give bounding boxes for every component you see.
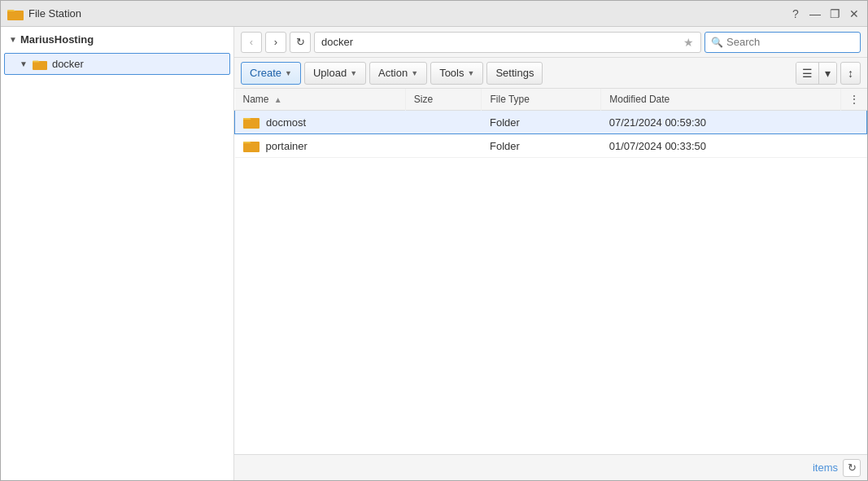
status-refresh-button[interactable]: ↻ xyxy=(843,459,861,477)
tools-label: Tools xyxy=(439,67,464,79)
file-modified-0: 07/21/2024 00:59:30 xyxy=(601,111,840,134)
file-table-body: docmost Folder07/21/2024 00:59:30 portai… xyxy=(235,111,867,158)
folder-icon-titlebar xyxy=(7,6,24,22)
file-size-0 xyxy=(405,111,482,134)
svg-rect-1 xyxy=(33,61,47,70)
sidebar-root[interactable]: ▼ MariusHosting xyxy=(1,27,233,52)
search-container: 🔍 xyxy=(704,32,861,53)
action-label: Action xyxy=(378,67,408,79)
file-table: Name ▲ Size File Type Modified Date xyxy=(234,89,867,158)
file-name: docmost xyxy=(266,116,306,129)
file-name: portainer xyxy=(266,140,308,152)
bookmark-icon[interactable]: ★ xyxy=(683,36,694,49)
window-controls: ? — ❐ ✕ xyxy=(789,7,861,20)
content-area: ‹ › ↻ docker ★ 🔍 Create ▼ U xyxy=(234,27,867,480)
file-modified-1: 01/07/2024 00:33:50 xyxy=(601,134,840,158)
close-button[interactable]: ✕ xyxy=(848,7,861,20)
list-view-button[interactable]: ☰ xyxy=(796,62,819,85)
back-button[interactable]: ‹ xyxy=(241,32,262,53)
col-size[interactable]: Size xyxy=(405,89,482,111)
file-name-cell-0: docmost xyxy=(235,111,406,134)
col-more[interactable]: ⋮ xyxy=(840,89,867,111)
svg-rect-0 xyxy=(7,11,24,20)
create-label: Create xyxy=(250,67,281,79)
name-sort-icon: ▲ xyxy=(274,95,282,104)
minimize-button[interactable]: — xyxy=(809,7,822,20)
action-caret-icon: ▼ xyxy=(411,69,418,77)
main-layout: ▼ MariusHosting ▼ docker ‹ › ↻ docker xyxy=(1,27,867,480)
docker-expand-icon: ▼ xyxy=(20,59,28,68)
path-text: docker xyxy=(321,36,353,48)
settings-label: Settings xyxy=(495,67,534,79)
file-list-area: Name ▲ Size File Type Modified Date xyxy=(234,89,867,454)
table-row[interactable]: portainer Folder01/07/2024 00:33:50 xyxy=(235,134,867,158)
docker-folder-icon xyxy=(33,59,47,70)
col-name[interactable]: Name ▲ xyxy=(235,89,406,111)
action-button[interactable]: Action ▼ xyxy=(369,62,427,85)
file-more-1[interactable] xyxy=(840,134,867,158)
title-bar: File Station ? — ❐ ✕ xyxy=(1,1,867,27)
tools-caret-icon: ▼ xyxy=(468,69,475,77)
sidebar-root-label: MariusHosting xyxy=(20,33,94,46)
refresh-button[interactable]: ↻ xyxy=(290,32,311,53)
forward-button[interactable]: › xyxy=(265,32,286,53)
col-modified[interactable]: Modified Date xyxy=(601,89,840,111)
col-filetype[interactable]: File Type xyxy=(482,89,601,111)
upload-button[interactable]: Upload ▼ xyxy=(304,62,366,85)
toolbar-actions: Create ▼ Upload ▼ Action ▼ Tools ▼ Setti… xyxy=(234,58,867,89)
file-size-1 xyxy=(405,134,482,158)
search-input[interactable] xyxy=(704,32,861,53)
table-row[interactable]: docmost Folder07/21/2024 00:59:30 xyxy=(235,111,867,134)
file-table-header: Name ▲ Size File Type Modified Date xyxy=(235,89,867,111)
file-more-0[interactable] xyxy=(840,111,867,134)
sidebar-item-docker-label: docker xyxy=(52,58,84,70)
file-folder-icon xyxy=(243,116,260,129)
file-name-cell-1: portainer xyxy=(235,134,406,158)
create-button[interactable]: Create ▼ xyxy=(241,62,301,85)
sidebar-item-docker[interactable]: ▼ docker xyxy=(4,53,230,75)
window-title: File Station xyxy=(28,7,789,20)
file-folder-icon xyxy=(243,139,260,152)
create-caret-icon: ▼ xyxy=(285,69,292,77)
file-type-0: Folder xyxy=(482,111,601,134)
view-toggle-group: ☰ ▾ xyxy=(796,62,837,85)
upload-caret-icon: ▼ xyxy=(350,69,357,77)
items-label: items xyxy=(813,461,838,474)
restore-button[interactable]: ❐ xyxy=(828,7,841,20)
file-type-1: Folder xyxy=(482,134,601,158)
sort-button[interactable]: ↕ xyxy=(840,62,861,85)
tools-button[interactable]: Tools ▼ xyxy=(430,62,483,85)
sidebar: ▼ MariusHosting ▼ docker xyxy=(1,27,234,480)
status-bar: items ↻ xyxy=(234,454,867,480)
root-expand-icon: ▼ xyxy=(9,35,17,44)
settings-button[interactable]: Settings xyxy=(486,62,543,85)
path-bar[interactable]: docker ★ xyxy=(314,32,701,53)
help-button[interactable]: ? xyxy=(789,7,802,20)
list-view-options-button[interactable]: ▾ xyxy=(819,62,836,85)
toolbar-top: ‹ › ↻ docker ★ 🔍 xyxy=(234,27,867,58)
file-station-window: File Station ? — ❐ ✕ ▼ MariusHosting ▼ d… xyxy=(0,0,868,481)
upload-label: Upload xyxy=(313,67,347,79)
